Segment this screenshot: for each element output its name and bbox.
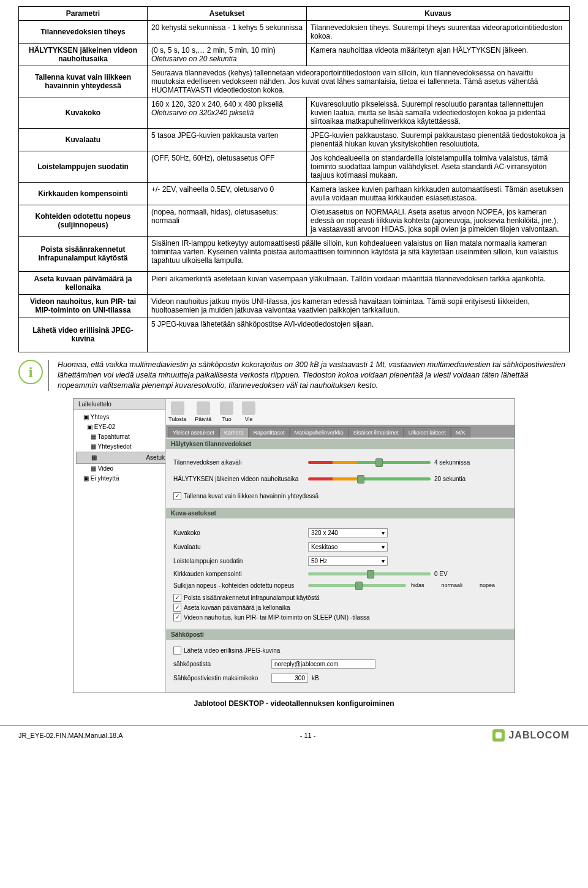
chevron-down-icon: ▾: [382, 544, 385, 550]
checkbox-ir-disable[interactable]: ✓Poista sisäänrakennetut infrapunalamput…: [173, 594, 507, 602]
tree-disconnected[interactable]: ▣ Ei yhteyttä: [76, 474, 163, 484]
page-footer: JR_EYE-02.FIN.MAN.Manual.18.A - 11 - JAB…: [0, 725, 588, 748]
shutter-slider[interactable]: [308, 584, 406, 587]
filter-select[interactable]: 50 Hz▾: [308, 556, 388, 566]
section-header: Kuva-asetukset: [166, 508, 514, 518]
sidebar-title: Laiteluettelo: [74, 399, 165, 410]
section-header: Hälytyksen tilannevedokset: [166, 439, 514, 449]
tree-item[interactable]: ▦ Video: [76, 464, 163, 474]
tab[interactable]: Ulkoiset laitteet: [404, 427, 451, 438]
brightness-slider[interactable]: [308, 572, 431, 575]
toolbar-export[interactable]: Vie: [242, 401, 255, 422]
export-icon: [242, 401, 255, 415]
page-number: - 11 -: [300, 732, 316, 739]
tab[interactable]: Raportittasot: [249, 427, 290, 438]
slider-value: 4 sekunnissa: [434, 459, 477, 466]
table-row: Loistelamppujen suodatin (OFF, 50Hz, 60H…: [19, 151, 570, 183]
table-row: Poista sisäänrakennetut infrapunalamput …: [19, 237, 570, 272]
row-label: Sähköpostiviestin maksimikoko: [173, 675, 271, 681]
quality-select[interactable]: Keskitaso▾: [308, 542, 388, 552]
checkbox-uni-record[interactable]: ✓Videon nauhoitus, kun PIR- tai MIP-toim…: [173, 613, 507, 621]
tab[interactable]: Yleiset asetukset: [168, 427, 219, 438]
th-param: Parametri: [19, 7, 148, 21]
maxsize-input[interactable]: 300: [271, 674, 308, 683]
table-row: Kirkkauden kompensointi +/- 2EV, vaiheel…: [19, 183, 570, 205]
tab[interactable]: M/K: [451, 427, 470, 438]
tree-root[interactable]: ▣ Yhteys: [76, 412, 163, 422]
doc-id: JR_EYE-02.FIN.MAN.Manual.18.A: [18, 732, 123, 739]
table-row: Aseta kuvaan päivämäärä ja kellonaika Pi…: [19, 271, 570, 295]
table-row: Kuvalaatu 5 tasoa JPEG-kuvien pakkausta …: [19, 129, 570, 151]
device-tree[interactable]: ▣ Yhteys ▣ EYE-02 ▦ Tapahtumat ▦ Yhteyst…: [74, 410, 165, 486]
row-label: Kirkkauden kompensointi: [173, 571, 308, 577]
parameter-table: Parametri Asetukset Kuvaus Tilannevedoks…: [18, 6, 570, 352]
tree-item[interactable]: ▦ Yhteystiedot: [76, 442, 163, 452]
tree-item-selected[interactable]: ▦ Asetuk: [76, 452, 168, 464]
info-note: i Huomaa, että vaikka multimediaviestin …: [18, 360, 570, 391]
th-desc: Kuvaus: [307, 7, 570, 21]
table-row: HÄLYTYKSEN jälkeinen videon nauhoitusaik…: [19, 44, 570, 66]
checkbox-motion-only[interactable]: ✓Tallenna kuvat vain liikkeen havainnin …: [173, 492, 507, 500]
row-label: HÄLYTYKSEN jälkeinen videon nauhoitusaik…: [173, 476, 308, 482]
tree-item[interactable]: ▦ Tapahtumat: [76, 432, 163, 442]
tab-active[interactable]: Kamera: [219, 427, 249, 438]
tree-device[interactable]: ▣ EYE-02: [76, 422, 163, 432]
import-icon: [220, 401, 233, 415]
duration-slider[interactable]: [308, 477, 431, 480]
slider-value: 20 sekuntia: [434, 476, 477, 482]
checkbox-datetime[interactable]: ✓Aseta kuvaan päivämäärä ja kellonaika: [173, 604, 507, 612]
interval-slider[interactable]: [308, 461, 431, 464]
table-row: Videon nauhoitus, kun PIR- tai MIP-toimi…: [19, 295, 570, 317]
toolbar-print[interactable]: Tulosta: [168, 401, 186, 422]
logo-icon: [492, 729, 505, 742]
row-label: Sulkijan nopeus - kohteiden odotettu nop…: [173, 582, 308, 589]
brand-logo: JABLOCOM: [492, 729, 570, 742]
info-text: Huomaa, että vaikka multimediaviestin ja…: [55, 360, 570, 391]
email-from-input[interactable]: noreply@jablocom.com: [271, 659, 375, 669]
toolbar: Tulosta Päivitä Tuo Vie: [166, 399, 514, 425]
tab-bar: Yleiset asetukset Kamera Raportittasot M…: [166, 425, 514, 438]
tab[interactable]: Matkapuhelinverkko: [290, 427, 349, 438]
app-screenshot: Laiteluettelo ▣ Yhteys ▣ EYE-02 ▦ Tapaht…: [73, 398, 515, 693]
resolution-select[interactable]: 320 x 240▾: [308, 528, 388, 537]
section-header: Sähköposti: [166, 629, 514, 640]
row-label: Kuvakoko: [173, 529, 308, 536]
checkbox-jpeg-email[interactable]: Lähetä video erillisinä JPEG-kuvina: [173, 647, 507, 655]
slider-value: 0 EV: [434, 571, 477, 577]
row-label: Kuvalaatu: [173, 544, 308, 550]
toolbar-refresh[interactable]: Päivitä: [195, 401, 211, 422]
info-icon: i: [18, 360, 43, 384]
table-row: Kuvakoko 160 x 120, 320 x 240, 640 x 480…: [19, 97, 570, 129]
refresh-icon: [197, 401, 210, 415]
print-icon: [171, 401, 184, 415]
table-row: Tilannevedoksien tiheys 20 kehystä sekun…: [19, 21, 570, 44]
table-row: Tallenna kuvat vain liikkeen havainnin y…: [19, 66, 570, 97]
screenshot-caption: Jablotool DESKTOP - videotallennuksen ko…: [18, 699, 570, 708]
row-label: Tilannevedoksen aikaväli: [173, 459, 308, 466]
sidebar: Laiteluettelo ▣ Yhteys ▣ EYE-02 ▦ Tapaht…: [74, 399, 166, 693]
table-row: Lähetä video erillisinä JPEG-kuvina 5 JP…: [19, 317, 570, 352]
tab[interactable]: Sisäiset ilmaisimet: [349, 427, 404, 438]
chevron-down-icon: ▾: [382, 529, 385, 536]
chevron-down-icon: ▾: [382, 558, 385, 564]
table-row: Kohteiden odotettu nopeus (suljinnopeus)…: [19, 205, 570, 237]
th-setting: Asetukset: [148, 7, 307, 21]
row-label: Loistelamppujen suodatin: [173, 558, 308, 564]
toolbar-import[interactable]: Tuo: [220, 401, 233, 422]
row-label: sähköpostista: [173, 661, 271, 667]
